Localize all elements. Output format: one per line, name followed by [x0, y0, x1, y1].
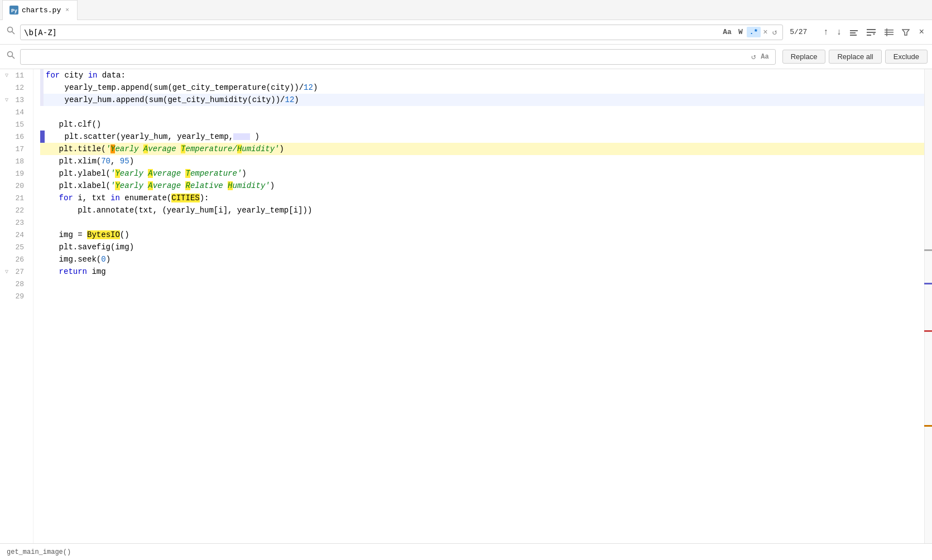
scrollbar-match-2 — [924, 283, 932, 284]
code-line-29 — [40, 290, 924, 302]
next-match-btn[interactable]: ↓ — [834, 26, 844, 38]
line-num-13: ▽ 13 — [0, 94, 26, 106]
python-file-icon: Py — [9, 6, 18, 15]
line-num-28: 28 — [0, 278, 26, 290]
filter-btn[interactable] — [900, 27, 912, 37]
line-num-20: 20 — [0, 180, 26, 192]
replace-toggle-icon[interactable] — [4, 49, 18, 65]
search-controls-right: 5/27 ↑ ↓ — [790, 26, 928, 38]
search-input-wrapper: Aa W .* × ↺ — [20, 25, 783, 40]
line-num-19: 19 — [0, 167, 26, 180]
code-line-23 — [40, 216, 924, 229]
clear-search-btn[interactable]: × — [761, 27, 770, 38]
replace-search-icon — [7, 51, 16, 60]
magnifier-icon — [7, 26, 16, 35]
svg-rect-5 — [850, 32, 856, 33]
line-num-25: 25 — [0, 241, 26, 253]
search-bar: Aa W .* × ↺ 5/27 ↑ ↓ — [0, 20, 932, 45]
code-line-13: yearly_hum.append(sum(get_city_humidity(… — [40, 94, 924, 106]
fold-icon-13[interactable]: ▽ — [2, 96, 8, 103]
wrap-icon — [849, 28, 858, 37]
replace-all-button[interactable]: Replace all — [829, 50, 881, 64]
breadcrumb-label: get_main_image() — [7, 548, 71, 556]
replace-button[interactable]: Replace — [782, 50, 826, 64]
svg-line-17 — [12, 56, 15, 59]
code-line-19: plt.ylabel('Yearly Average Temperature') — [40, 167, 924, 180]
svg-rect-6 — [850, 35, 857, 36]
regex-btn[interactable]: .* — [747, 27, 761, 37]
tab-label: charts.py — [22, 6, 61, 15]
line-16-marker — [40, 131, 45, 143]
editor-area: ▽ 11 12 ▽ 13 14 15 16 17 — [0, 69, 932, 543]
replace-bar: ↺ Aa Replace Replace all Exclude — [0, 45, 932, 69]
svg-rect-12 — [885, 32, 893, 33]
code-content[interactable]: for city in data: yearly_temp.append(sum… — [33, 69, 924, 543]
line-num-21: 21 — [0, 192, 26, 204]
refresh-search-btn[interactable]: ↺ — [770, 26, 779, 38]
code-line-26: img.seek(0) — [40, 253, 924, 265]
line-num-18: 18 — [0, 155, 26, 167]
whole-word-btn[interactable]: W — [736, 27, 746, 37]
code-line-28 — [40, 278, 924, 290]
case-sensitive-btn[interactable]: Aa — [720, 27, 734, 37]
code-line-24: img = BytesIO() — [40, 229, 924, 241]
line-numbers: ▽ 11 12 ▽ 13 14 15 16 17 — [0, 69, 33, 543]
collapse-results-btn[interactable] — [864, 27, 878, 38]
expand-collapse-btn[interactable] — [882, 27, 896, 38]
search-toggle-icon[interactable] — [4, 24, 18, 40]
breadcrumb-bar: get_main_image() — [0, 543, 932, 560]
scrollbar-match-3 — [924, 330, 932, 332]
collapse-icon — [866, 28, 876, 37]
line-num-23: 23 — [0, 216, 26, 229]
code-line-14 — [40, 106, 924, 118]
replace-action-buttons: Replace Replace all Exclude — [782, 50, 928, 64]
code-line-21: for i, txt in enumerate(CITIES): — [40, 192, 924, 204]
svg-rect-4 — [850, 30, 858, 31]
svg-rect-11 — [885, 30, 893, 31]
code-line-16: plt.scatter(yearly_hum, yearly_temp, ) — [40, 131, 924, 143]
code-line-27: return img — [40, 265, 924, 278]
prev-match-btn[interactable]: ↑ — [821, 26, 831, 38]
code-line-18: plt.xlim(70, 95) — [40, 155, 924, 167]
line-num-14: 14 — [0, 106, 26, 118]
code-line-20: plt.xlabel('Yearly Average Relative Humi… — [40, 180, 924, 192]
code-line-22: plt.annotate(txt, (yearly_hum[i], yearly… — [40, 204, 924, 216]
svg-rect-8 — [867, 32, 876, 33]
fold-icon-27[interactable]: ▽ — [2, 268, 8, 275]
expand-icon — [884, 28, 894, 37]
toggle-wrap-btn[interactable] — [847, 27, 861, 38]
scrollbar-match-4 — [924, 425, 932, 427]
code-line-15: plt.clf() — [40, 118, 924, 131]
replace-input-wrapper: ↺ Aa — [20, 49, 776, 65]
minimap-scrollbar[interactable] — [924, 69, 932, 543]
replace-input[interactable] — [24, 52, 749, 61]
svg-line-3 — [12, 32, 15, 35]
line-num-27: ▽ 27 — [0, 265, 26, 278]
svg-marker-15 — [902, 30, 909, 35]
tab-close-btn[interactable]: × — [64, 6, 70, 15]
line-num-22: 22 — [0, 204, 26, 216]
match-count: 5/27 — [790, 28, 818, 36]
code-line-11: for city in data: — [40, 69, 924, 81]
line-num-12: 12 — [0, 81, 26, 94]
exclude-button[interactable]: Exclude — [885, 50, 928, 64]
line-num-16: 16 — [0, 131, 26, 143]
replace-refresh-btn[interactable]: ↺ — [749, 51, 758, 62]
fold-icon-11[interactable]: ▽ — [2, 72, 8, 79]
code-line-17: plt.title('Yearly Average Temperature/Hu… — [40, 143, 924, 155]
line-num-24: 24 — [0, 229, 26, 241]
search-options: Aa W .* — [720, 27, 761, 37]
filter-icon — [902, 28, 910, 36]
close-search-panel-btn[interactable]: × — [915, 26, 928, 38]
tab-bar: Py charts.py × — [0, 0, 932, 20]
svg-rect-7 — [867, 29, 876, 30]
replace-font-btn[interactable]: Aa — [758, 52, 771, 62]
line-num-17: 17 — [0, 143, 26, 155]
svg-rect-9 — [867, 35, 871, 36]
tab-charts-py[interactable]: Py charts.py × — [2, 0, 78, 20]
line-num-26: 26 — [0, 253, 26, 265]
svg-point-16 — [8, 52, 13, 57]
svg-rect-13 — [885, 34, 893, 35]
scrollbar-match-1 — [924, 249, 932, 251]
search-input[interactable] — [24, 28, 718, 37]
